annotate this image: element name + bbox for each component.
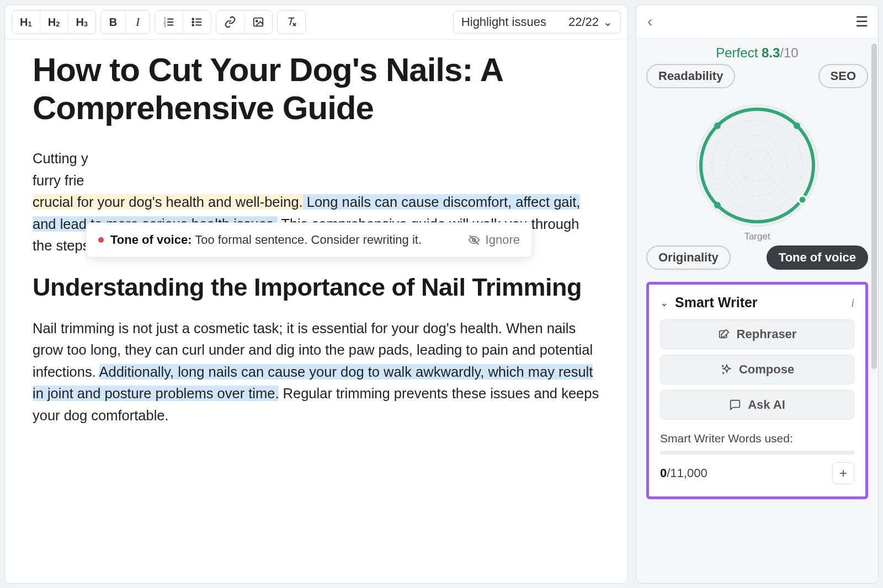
issue-dot-icon bbox=[98, 237, 104, 243]
editor-pane: H1 H2 H3 B I 123 bbox=[4, 4, 628, 584]
edit-icon bbox=[718, 328, 730, 340]
highlight-label: Highlight issues bbox=[461, 15, 546, 29]
highlight-issues-selector[interactable]: Highlight issues 22/22 ⌄ bbox=[453, 10, 621, 34]
tone-of-voice-pill[interactable]: Tone of voice bbox=[767, 245, 868, 270]
image-icon bbox=[252, 16, 264, 28]
sparkle-icon bbox=[720, 364, 732, 376]
svg-point-25 bbox=[714, 122, 721, 129]
originality-pill[interactable]: Originality bbox=[646, 245, 731, 270]
h1-button[interactable]: H1 bbox=[12, 10, 40, 34]
link-icon bbox=[224, 16, 236, 28]
ask-ai-button[interactable]: Ask AI bbox=[660, 390, 854, 420]
ignore-button[interactable]: Ignore bbox=[468, 233, 520, 247]
svg-point-6 bbox=[192, 18, 194, 20]
eye-off-icon bbox=[468, 234, 480, 246]
highlight-count: 22/22 ⌄ bbox=[568, 15, 613, 29]
image-button[interactable] bbox=[244, 10, 272, 34]
readability-pill[interactable]: Readability bbox=[646, 64, 735, 88]
score-label: Perfect 8.3/10 bbox=[646, 45, 868, 61]
article-h2: Understanding the Importance of Nail Tri… bbox=[33, 272, 600, 302]
issue-tooltip: Tone of voice: Too formal sentence. Cons… bbox=[86, 222, 533, 258]
clear-format-icon bbox=[285, 16, 297, 28]
unordered-list-button[interactable] bbox=[183, 10, 211, 34]
svg-point-26 bbox=[794, 122, 800, 129]
smart-writer-header[interactable]: ⌄ Smart Writer i bbox=[660, 295, 854, 311]
info-icon[interactable]: i bbox=[851, 296, 854, 310]
h3-button[interactable]: H3 bbox=[67, 10, 95, 34]
chevron-down-icon: ⌄ bbox=[603, 15, 613, 29]
unordered-list-icon bbox=[191, 16, 203, 28]
smart-writer-title: Smart Writer bbox=[675, 295, 758, 311]
ordered-list-button[interactable]: 123 bbox=[155, 10, 183, 34]
italic-button[interactable]: I bbox=[125, 10, 150, 34]
usage-label: Smart Writer Words used: bbox=[660, 432, 854, 445]
svg-point-27 bbox=[714, 202, 721, 209]
seo-pill[interactable]: SEO bbox=[818, 64, 868, 88]
sidebar-body: Perfect 8.3/10 Readability SEO Target bbox=[636, 39, 878, 583]
ordered-list-icon: 123 bbox=[163, 16, 175, 28]
sidebar: ‹ ☰ Perfect 8.3/10 Readability SEO bbox=[636, 4, 879, 584]
chevron-down-icon: ⌄ bbox=[660, 297, 668, 309]
usage-count: 0/11,000 bbox=[660, 466, 708, 480]
highlight-yellow: crucial for your dog's health and well-b… bbox=[33, 194, 303, 210]
svg-point-28 bbox=[799, 196, 806, 204]
svg-point-13 bbox=[256, 20, 258, 22]
menu-button[interactable]: ☰ bbox=[855, 13, 867, 30]
add-words-button[interactable]: + bbox=[832, 462, 854, 484]
scrollbar[interactable] bbox=[871, 44, 877, 369]
back-button[interactable]: ‹ bbox=[647, 13, 652, 30]
chat-icon bbox=[729, 399, 741, 411]
paragraph-2: Nail trimming is not just a cosmetic tas… bbox=[33, 318, 600, 427]
article-title: How to Cut Your Dog's Nails: A Comprehen… bbox=[33, 51, 600, 127]
usage-progress-bar bbox=[660, 451, 854, 455]
radar-svg bbox=[680, 94, 834, 237]
bold-button[interactable]: B bbox=[101, 10, 125, 34]
smart-writer-panel: ⌄ Smart Writer i Rephraser Compose Ask A… bbox=[646, 282, 868, 499]
h2-button[interactable]: H2 bbox=[40, 10, 68, 34]
toolbar: H1 H2 H3 B I 123 bbox=[5, 5, 627, 40]
sidebar-header: ‹ ☰ bbox=[636, 5, 878, 39]
svg-point-8 bbox=[192, 22, 194, 23]
compose-button[interactable]: Compose bbox=[660, 355, 854, 384]
rephraser-button[interactable]: Rephraser bbox=[660, 319, 854, 349]
clear-formatting-button[interactable] bbox=[278, 10, 305, 34]
radar-chart bbox=[646, 94, 868, 237]
svg-text:3: 3 bbox=[164, 24, 166, 28]
link-button[interactable] bbox=[216, 10, 244, 34]
svg-point-10 bbox=[192, 24, 194, 26]
issue-message: Tone of voice: Too formal sentence. Cons… bbox=[110, 233, 422, 247]
